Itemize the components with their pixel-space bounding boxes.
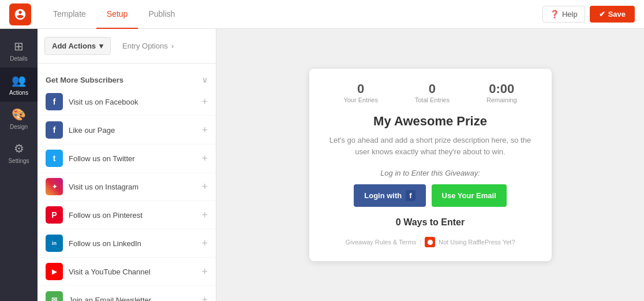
ways-to-enter: 0 Ways to Enter bbox=[325, 217, 536, 228]
design-icon: 🎨 bbox=[12, 107, 26, 121]
entry-options-button[interactable]: Entry Options › bbox=[115, 38, 181, 54]
action-label: Visit a YouTube Channel bbox=[69, 267, 196, 276]
add-icon[interactable]: + bbox=[201, 153, 208, 165]
linkedin-icon: in bbox=[46, 235, 63, 252]
help-icon: ❓ bbox=[550, 10, 559, 18]
stat-remaining: 0:00 Remaining bbox=[486, 81, 517, 103]
login-with-label: Login with bbox=[364, 191, 402, 200]
stat-value: 0 bbox=[415, 81, 450, 96]
rafflepress-logo bbox=[425, 237, 435, 247]
list-item[interactable]: t Follow us on Twitter + bbox=[38, 144, 216, 173]
stat-label: Remaining bbox=[486, 96, 517, 103]
preview-area: 0 Your Entries 0 Total Entries 0:00 Rema… bbox=[216, 29, 644, 301]
prize-title: My Awesome Prize bbox=[325, 114, 536, 129]
add-icon[interactable]: + bbox=[201, 124, 208, 136]
save-icon: ✔ bbox=[599, 10, 605, 18]
entry-options-label: Entry Options bbox=[122, 42, 168, 50]
action-panel: Add Actions ▾ Entry Options › Get More S… bbox=[38, 29, 216, 301]
giveaway-rules-link[interactable]: Giveaway Rules & Terms bbox=[345, 239, 416, 246]
facebook-btn-icon: f bbox=[406, 190, 415, 201]
topbar: Template Setup Publish ❓ Help ✔ Save bbox=[0, 0, 644, 29]
action-label: Follow us on Twitter bbox=[69, 154, 196, 163]
tab-publish[interactable]: Publish bbox=[138, 0, 185, 29]
stat-label: Total Entries bbox=[415, 96, 450, 103]
sidebar-item-design[interactable]: 🎨 Design bbox=[0, 102, 38, 136]
list-item[interactable]: ▶ Visit a YouTube Channel + bbox=[38, 258, 216, 286]
tab-template[interactable]: Template bbox=[43, 0, 96, 29]
list-item[interactable]: in Follow us on LinkedIn + bbox=[38, 229, 216, 258]
add-icon[interactable]: + bbox=[201, 209, 208, 221]
sidebar-item-settings[interactable]: ⚙ Settings bbox=[0, 136, 38, 170]
add-icon[interactable]: + bbox=[201, 237, 208, 250]
not-using-link[interactable]: Not Using RafflePress Yet? bbox=[439, 239, 515, 246]
list-item[interactable]: f Visit us on Facebook + bbox=[38, 88, 216, 116]
stat-your-entries: 0 Your Entries bbox=[343, 81, 378, 103]
sidebar-item-label: Actions bbox=[9, 90, 28, 96]
twitter-icon: t bbox=[46, 150, 63, 167]
section-chevron-icon[interactable]: ∨ bbox=[202, 75, 208, 84]
tab-setup[interactable]: Setup bbox=[96, 0, 138, 29]
add-icon[interactable]: + bbox=[201, 266, 208, 278]
grid-icon: ⊞ bbox=[14, 39, 24, 53]
footer-links: Giveaway Rules & Terms | Not Using Raffl… bbox=[325, 237, 536, 247]
stat-label: Your Entries bbox=[343, 96, 378, 103]
section-header-subscribers: Get More Subscribers ∨ bbox=[38, 70, 216, 88]
action-label: Visit us on Facebook bbox=[69, 98, 196, 106]
action-panel-scroll: Get More Subscribers ∨ f Visit us on Fac… bbox=[38, 64, 216, 301]
sidebar-item-actions[interactable]: 👥 Actions bbox=[0, 68, 38, 102]
add-actions-label: Add Actions bbox=[52, 42, 96, 50]
topbar-right: ❓ Help ✔ Save bbox=[542, 6, 635, 23]
app-logo bbox=[9, 3, 31, 25]
footer-divider: | bbox=[420, 239, 421, 246]
action-label: Join an Email Newsletter bbox=[69, 296, 196, 302]
add-icon[interactable]: + bbox=[201, 294, 208, 302]
people-icon: 👥 bbox=[12, 73, 26, 87]
save-label: Save bbox=[608, 10, 626, 18]
icon-sidebar: ⊞ Details 👥 Actions 🎨 Design ⚙ Settings bbox=[0, 29, 38, 301]
youtube-icon: ▶ bbox=[46, 263, 63, 280]
email-icon: ✉ bbox=[46, 291, 63, 301]
gear-icon: ⚙ bbox=[14, 142, 24, 155]
preview-card: 0 Your Entries 0 Total Entries 0:00 Rema… bbox=[309, 69, 552, 261]
sidebar-item-label: Design bbox=[10, 124, 28, 130]
sidebar-item-details[interactable]: ⊞ Details bbox=[0, 34, 38, 68]
stat-total-entries: 0 Total Entries bbox=[415, 81, 450, 103]
login-label: Log in to Enter this Giveaway: bbox=[325, 169, 536, 177]
action-label: Follow us on LinkedIn bbox=[69, 239, 196, 248]
prize-description: Let's go ahead and add a short prize des… bbox=[325, 135, 536, 157]
chevron-right-icon: › bbox=[171, 42, 174, 50]
pinterest-icon: P bbox=[46, 206, 63, 224]
section-title: Get More Subscribers bbox=[46, 76, 123, 84]
action-panel-header: Add Actions ▾ Entry Options › bbox=[38, 29, 216, 64]
login-buttons: Login with f Use Your Email bbox=[325, 184, 536, 207]
help-button[interactable]: ❓ Help bbox=[542, 6, 585, 23]
list-item[interactable]: f Like our Page + bbox=[38, 116, 216, 144]
sidebar-item-label: Details bbox=[10, 55, 28, 62]
dropdown-icon: ▾ bbox=[99, 42, 103, 50]
list-item[interactable]: ✉ Join an Email Newsletter + bbox=[38, 286, 216, 301]
list-item[interactable]: P Follow us on Pinterest + bbox=[38, 201, 216, 229]
facebook-icon: f bbox=[46, 121, 63, 139]
sidebar-item-label: Settings bbox=[8, 158, 29, 164]
instagram-icon: ✦ bbox=[46, 178, 63, 195]
stats-row: 0 Your Entries 0 Total Entries 0:00 Rema… bbox=[325, 81, 536, 103]
help-label: Help bbox=[562, 10, 578, 18]
action-label: Visit us on Instagram bbox=[69, 183, 196, 191]
add-actions-button[interactable]: Add Actions ▾ bbox=[44, 37, 111, 55]
action-label: Like our Page bbox=[69, 126, 196, 135]
topbar-left: Template Setup Publish bbox=[9, 0, 185, 29]
facebook-login-button[interactable]: Login with f bbox=[354, 184, 425, 207]
save-button[interactable]: ✔ Save bbox=[590, 6, 635, 23]
main-content: ⊞ Details 👥 Actions 🎨 Design ⚙ Settings … bbox=[0, 29, 644, 301]
add-icon[interactable]: + bbox=[201, 96, 208, 108]
stat-value: 0:00 bbox=[486, 81, 517, 96]
stat-value: 0 bbox=[343, 81, 378, 96]
list-item[interactable]: ✦ Visit us on Instagram + bbox=[38, 173, 216, 201]
email-login-button[interactable]: Use Your Email bbox=[432, 184, 507, 207]
facebook-icon: f bbox=[46, 93, 63, 110]
add-icon[interactable]: + bbox=[201, 181, 208, 193]
action-label: Follow us on Pinterest bbox=[69, 211, 196, 220]
